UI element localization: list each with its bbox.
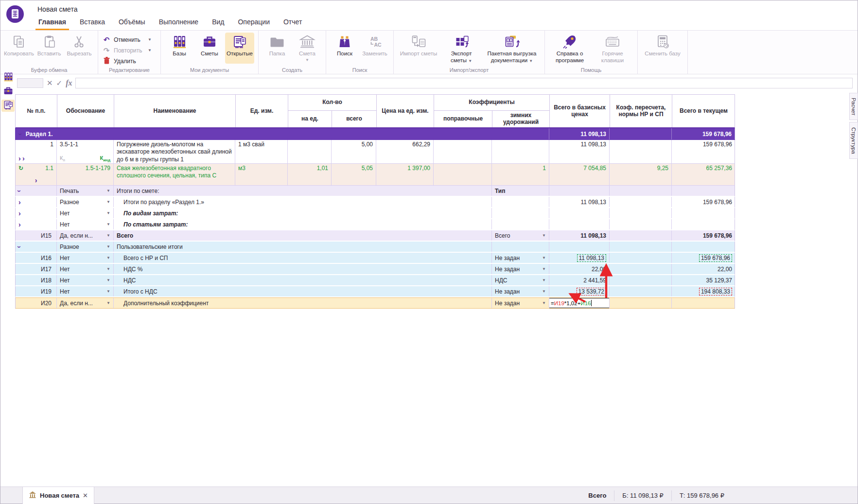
row-total-5[interactable]: ›Нет▼По видам затрат: [15,208,735,219]
ribbon-button-заменить[interactable]: ABACЗаменить [360,33,389,64]
chevron-right-icon[interactable]: › [22,155,25,162]
tab-5[interactable]: Вид [205,14,231,30]
print-mode-dropdown[interactable]: Да, если н...▼ [60,300,110,307]
row-total-8[interactable]: ›Разное▼Пользовательские итоги [15,242,735,253]
ribbon-button-вставить[interactable]: Вставить [35,33,64,64]
type-dropdown[interactable]: НДС▼ [495,277,546,284]
col-qty-total[interactable]: всего [332,110,376,127]
col-base[interactable]: Всего в базисных ценах [549,95,610,127]
row-total-И16[interactable]: И16Нет▼Всего с НР и СПНе задан▼11 098,13… [15,253,735,264]
col-current[interactable]: Всего в текущем [672,95,735,127]
ribbon-button-смета[interactable]: Смета▼ [293,33,322,64]
print-mode-dropdown[interactable]: Да, если н...▼ [60,232,110,239]
row-total-И20[interactable]: И20Да, если н...▼Дополнительный коэффици… [15,297,735,309]
cell-name-box[interactable] [17,78,43,88]
ribbon-button-копировать[interactable]: Копировать [4,33,34,64]
print-mode-dropdown[interactable]: Нет▼ [60,221,110,228]
fx-icon[interactable]: fx [66,79,72,87]
ribbon-button-открытые[interactable]: Открытые [225,33,254,64]
col-coef-corr[interactable]: поправочные [434,110,492,127]
col-name[interactable]: Наименование [114,95,235,127]
col-coef-winter[interactable]: зимних удорожаний [492,110,549,127]
chevron-down-icon: ▼ [106,222,110,226]
chevron-right-icon[interactable]: › [18,210,21,217]
row-total-3[interactable]: ›Печать▼Итоги по смете:Тип [15,186,735,197]
row-section[interactable]: ›Раздел 1.11 098,13159 678,96 [15,128,735,140]
print-mode-dropdown[interactable]: Нет▼ [60,266,110,273]
close-tab-icon[interactable]: ✕ [83,492,88,499]
ribbon-button-сменить-базу[interactable]: Сменить базу [642,33,683,64]
print-mode-dropdown[interactable]: Нет▼ [60,277,110,284]
ribbon-button-горячие-клавиши[interactable]: Горячие клавиши [592,33,633,64]
ribbon-toolbar: КопироватьВставитьВырезатьБуфер обмена↶О… [0,31,858,74]
refresh-icon[interactable]: ↻ [18,165,23,172]
row-total-И17[interactable]: И17Нет▼НДС %Не задан▼22,0022,00 [15,264,735,275]
chevron-down-icon[interactable]: › [18,188,21,194]
tab-1[interactable]: Главная [32,14,73,30]
tab-3[interactable]: Объёмы [112,14,152,30]
type-dropdown[interactable]: Не задан▼ [495,255,546,261]
type-dropdown[interactable]: Не задан▼ [495,300,546,307]
col-code[interactable]: Обоснование [57,95,114,127]
ribbon-button-справка-о-программе[interactable]: Справка о программе [549,33,591,64]
row-material[interactable]: ↻1.1›1.5-1-179Свая железобетонная квадра… [15,164,735,186]
chevron-right-icon[interactable]: › [35,176,37,184]
tab-6[interactable]: Операции [231,14,277,30]
print-mode-dropdown[interactable]: Печать▼ [60,188,110,194]
tab-structure[interactable]: Структура [849,122,858,159]
chevron-right-icon[interactable]: › [18,199,21,206]
col-qty[interactable]: Кол-во [288,95,376,110]
ribbon-button-сметы[interactable]: Сметы [195,33,224,64]
sidebar-briefcase-icon[interactable] [1,86,15,98]
col-qty-unit[interactable]: на ед. [288,110,332,127]
row-total-И15[interactable]: И15Да, если н...▼ВсегоВсего▼11 098,13159… [15,230,735,242]
tab-2[interactable]: Вставка [73,14,112,30]
coef-kp[interactable]: Кп [60,155,65,162]
print-mode-dropdown[interactable]: Разное▼ [60,243,110,250]
print-mode-dropdown[interactable]: Нет▼ [60,210,110,217]
col-price[interactable]: Цена на ед. изм. [376,95,434,127]
row-total-И19[interactable]: И19Нет▼Итого с НДСНе задан▼13 539,72194 … [15,286,735,297]
cancel-icon[interactable]: ✕ [47,79,53,87]
ribbon-group-label: Помощь [545,67,637,73]
row-total-6[interactable]: ›Нет▼По статьям затрат: [15,219,735,230]
chevron-right-icon[interactable]: › [18,221,21,228]
row-total-4[interactable]: ›Разное▼Итоги по разделу «Раздел 1.»11 0… [15,197,735,208]
ribbon-button-поиск[interactable]: Поиск [330,33,359,64]
col-recalc[interactable]: Коэф. пересчета, нормы НР и СП [610,95,672,127]
tab-4[interactable]: Выполнение [152,14,205,30]
print-mode-dropdown[interactable]: Разное▼ [60,199,110,206]
ribbon-button-пакетная-выгрузка-документации[interactable]: Пакетная выгрузка документации▼ [483,33,541,64]
chevron-down-icon[interactable]: › [19,131,22,138]
ribbon-button-повторить[interactable]: ↷Повторить▼ [102,46,157,55]
chevron-down-icon[interactable]: › [18,243,21,250]
row-total-И18[interactable]: И18Нет▼НДСНДС▼2 441,5935 129,37 [15,275,735,286]
formula-input[interactable] [75,78,853,88]
sidebar-binders-icon[interactable] [1,71,15,84]
ribbon-button-вырезать[interactable]: Вырезать [65,33,94,64]
sidebar-opened-docs-icon[interactable] [1,100,15,112]
chevron-right-icon[interactable]: › [18,155,21,162]
tab-7[interactable]: Отчет [277,14,309,30]
coef-kind[interactable]: Кинд [100,155,110,162]
accept-icon[interactable]: ✓ [56,79,63,87]
type-dropdown[interactable]: Всего▼ [495,232,546,239]
ribbon-button-папка[interactable]: Папка [263,33,292,64]
ribbon-button-удалить[interactable]: Удалить [102,56,157,66]
col-num[interactable]: № п.п. [16,95,57,127]
type-dropdown[interactable]: Не задан▼ [495,266,546,273]
print-mode-dropdown[interactable]: Нет▼ [60,255,110,261]
document-tab[interactable]: Новая смета ✕ [22,487,94,504]
formula-edit-box[interactable]: =И19*1,02+И16 [549,298,610,308]
ribbon-button-импорт-сметы[interactable]: Импорт сметы [398,33,439,64]
type-dropdown[interactable]: Не задан▼ [495,288,546,295]
tab-calculation[interactable]: Расчет [849,93,858,120]
ribbon-button-базы[interactable]: Базы [165,33,194,64]
row-item[interactable]: 1› ›3.5-1-1КпКиндПогружение дизель-молот… [15,140,735,164]
app-logo-icon[interactable] [6,5,24,23]
col-coef[interactable]: Коэффициенты [434,95,549,110]
print-mode-dropdown[interactable]: Нет▼ [60,288,110,295]
ribbon-button-отменить[interactable]: ↶Отменить▼ [102,35,157,44]
ribbon-button-экспорт-сметы[interactable]: Экспорт сметы▼ [440,33,482,64]
col-unit[interactable]: Ед. изм. [235,95,288,127]
